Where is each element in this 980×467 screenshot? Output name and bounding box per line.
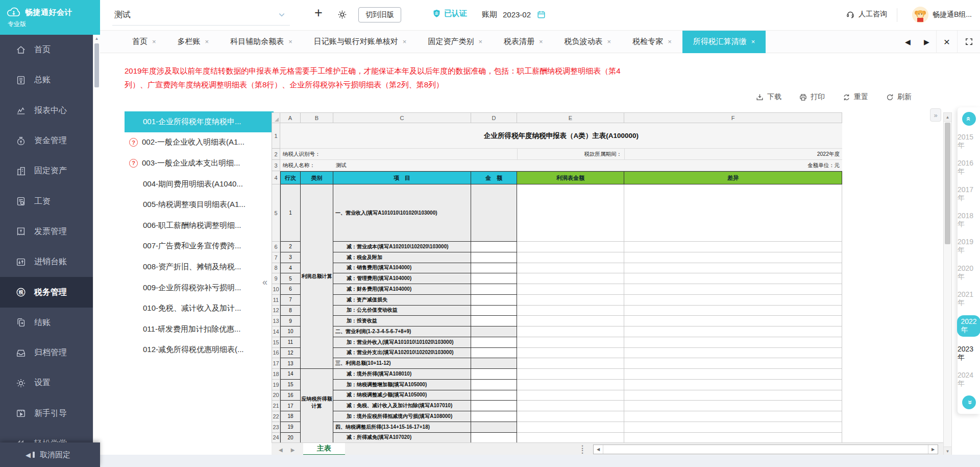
year-item-2017[interactable]: 2017年 <box>958 184 980 204</box>
row-header-16[interactable]: 16 <box>272 348 280 359</box>
row-header-9[interactable]: 9 <box>272 273 280 284</box>
taxpayer-name-label-cell[interactable]: 纳税人名称： <box>280 160 333 171</box>
cell-is-amount-13[interactable] <box>517 358 624 369</box>
hscroll-left-icon[interactable]: ◀ <box>594 445 603 454</box>
question-mark-icon[interactable]: ? <box>129 138 138 147</box>
report-list-item-7[interactable]: 007-广告费和业务宣传费跨... <box>125 236 274 257</box>
cell-is-amount-18[interactable] <box>517 411 624 422</box>
tab-5[interactable]: 固定资产类别× <box>417 31 493 53</box>
sidebar-scrollbar-thumb[interactable] <box>94 43 99 87</box>
row-header-20[interactable]: 20 <box>272 390 280 401</box>
unit-label-cell[interactable]: 金额单位：元 <box>624 160 842 171</box>
cell-diff-2[interactable] <box>624 242 842 252</box>
cell-item-6[interactable]: 减：财务费用(填写A104000) <box>333 284 471 295</box>
years-scroll-up-button[interactable]: « <box>962 112 976 126</box>
tab-close-icon[interactable]: × <box>478 38 482 45</box>
cell-item-14[interactable]: 减：境外所得(填写A108010) <box>333 369 471 380</box>
row-header-23[interactable]: 23 <box>272 422 280 433</box>
row-header-1[interactable]: 1 <box>272 123 280 149</box>
cell-is-amount-7[interactable] <box>517 295 624 306</box>
column-letter-C[interactable]: C <box>333 113 471 123</box>
cell-item-11[interactable]: 加：营业外收入(填写A101010\101020\103000) <box>333 337 471 348</box>
vscroll-down-icon[interactable]: ▼ <box>944 447 951 455</box>
tab-close-icon[interactable]: × <box>539 38 543 45</box>
cell-item-20[interactable]: 减：所得减免(填写A107020) <box>333 433 471 443</box>
close-all-tabs-icon[interactable]: × <box>936 31 957 53</box>
row-header-21[interactable]: 21 <box>272 401 280 411</box>
row-header-14[interactable]: 14 <box>272 326 280 337</box>
row-header-22[interactable]: 22 <box>272 411 280 422</box>
cell-item-12[interactable]: 减：营业外支出(填写A102010\102020\103000) <box>333 348 471 359</box>
year-item-2023[interactable]: 2023年 <box>958 344 980 363</box>
cell-is-amount-16[interactable] <box>517 390 624 401</box>
report-list-item-9[interactable]: 009-企业所得税弥补亏损明... <box>125 277 274 298</box>
print-button[interactable]: 打印 <box>799 92 825 102</box>
cell-is-amount-10[interactable] <box>517 326 624 337</box>
sidebar-item-4[interactable]: 资金管理 <box>0 126 93 156</box>
scroll-up-icon[interactable]: ▲ <box>93 35 100 42</box>
cell-diff-19[interactable] <box>624 422 842 433</box>
report-list-item-3[interactable]: ?003-一般企业成本支出明细... <box>125 153 274 174</box>
tab-4[interactable]: 日记账与银行对账单核对× <box>303 31 418 53</box>
cell-line-2[interactable]: 2 <box>280 242 301 252</box>
tab-close-icon[interactable]: × <box>205 38 209 45</box>
cell-amount-20[interactable] <box>471 433 517 443</box>
year-item-2016[interactable]: 2016年 <box>958 158 980 177</box>
cell-line-20[interactable]: 20 <box>280 433 301 443</box>
cell-amount-8[interactable] <box>471 306 517 316</box>
year-item-2019[interactable]: 2019年 <box>958 237 980 256</box>
cell-line-5[interactable]: 5 <box>280 273 301 284</box>
tab-6[interactable]: 税表清册× <box>493 31 554 53</box>
cell-item-8[interactable]: 加：公允价值变动收益 <box>333 306 471 316</box>
header-income-statement-amount[interactable]: 利润表金额 <box>517 171 624 184</box>
cell-diff-5[interactable] <box>624 273 842 284</box>
sidebar-item-3[interactable]: 报表中心 <box>0 96 93 126</box>
tab-9[interactable]: 所得税汇算清缴× <box>682 31 766 53</box>
sidebar-item-9[interactable]: 税税务管理 <box>0 277 93 307</box>
report-list-item-5[interactable]: 005-纳税调整项目明细表(A1... <box>125 194 274 215</box>
cell-amount-14[interactable] <box>471 369 517 380</box>
cell-amount-9[interactable] <box>471 316 517 326</box>
refresh-button[interactable]: 刷新 <box>886 92 912 102</box>
vertical-scrollbar[interactable]: ▲ ▼ <box>943 112 952 456</box>
cell-is-amount-2[interactable] <box>517 242 624 252</box>
cell-diff-20[interactable] <box>624 433 842 443</box>
download-button[interactable]: 下载 <box>755 92 781 102</box>
cell-line-17[interactable]: 17 <box>280 401 301 411</box>
sidebar-item-14[interactable]: 轻松学堂 <box>0 429 93 442</box>
accounting-period[interactable]: 账期 2023-02 <box>482 10 546 19</box>
cell-amount-7[interactable] <box>471 295 517 306</box>
cell-diff-13[interactable] <box>624 358 842 369</box>
cell-is-amount-4[interactable] <box>517 263 624 274</box>
tab-close-icon[interactable]: × <box>288 38 292 45</box>
cell-amount-11[interactable] <box>471 337 517 348</box>
cell-diff-3[interactable] <box>624 252 842 263</box>
tax-period-label-cell[interactable]: 税款所属期间： <box>517 149 624 160</box>
cell-is-amount-19[interactable] <box>517 422 624 433</box>
unpin-sidebar-button[interactable]: ◀ 取消固定 <box>0 442 100 467</box>
cell-diff-4[interactable] <box>624 263 842 274</box>
cell-amount-16[interactable] <box>471 390 517 401</box>
sheet-next-icon[interactable]: ▶ <box>291 447 295 453</box>
cell-diff-14[interactable] <box>624 369 842 380</box>
cell-line-7[interactable]: 7 <box>280 295 301 306</box>
report-list-item-8[interactable]: 008-资产折旧、摊销及纳税... <box>125 256 274 277</box>
cell-amount-4[interactable] <box>471 263 517 274</box>
header-item[interactable]: 项 目 <box>333 171 471 184</box>
cell-amount-18[interactable] <box>471 411 517 422</box>
company-selector[interactable]: 测试 <box>112 5 290 26</box>
year-item-2021[interactable]: 2021年 <box>958 289 980 309</box>
sidebar-item-12[interactable]: 设置 <box>0 368 93 398</box>
tab-7[interactable]: 税负波动表× <box>554 31 622 53</box>
select-all-corner[interactable] <box>272 113 280 123</box>
cell-is-amount-17[interactable] <box>517 401 624 411</box>
tab-close-icon[interactable]: × <box>751 38 755 45</box>
cell-is-amount-14[interactable] <box>517 369 624 380</box>
taxpayer-id-label-cell[interactable]: 纳税人识别号： <box>280 149 517 160</box>
vscroll-thumb[interactable] <box>945 123 950 244</box>
cell-item-18[interactable]: 加：境外应税所得抵减境内亏损(填写A108000) <box>333 411 471 422</box>
cell-item-10[interactable]: 二、营业利润(1-2-3-4-5-6-7+8+9) <box>333 326 471 337</box>
cell-item-17[interactable]: 减：免税、减计收入及加计扣除(填写A107010) <box>333 401 471 411</box>
row-header-8[interactable]: 8 <box>272 263 280 274</box>
row-header-4[interactable]: 4 <box>272 171 280 184</box>
